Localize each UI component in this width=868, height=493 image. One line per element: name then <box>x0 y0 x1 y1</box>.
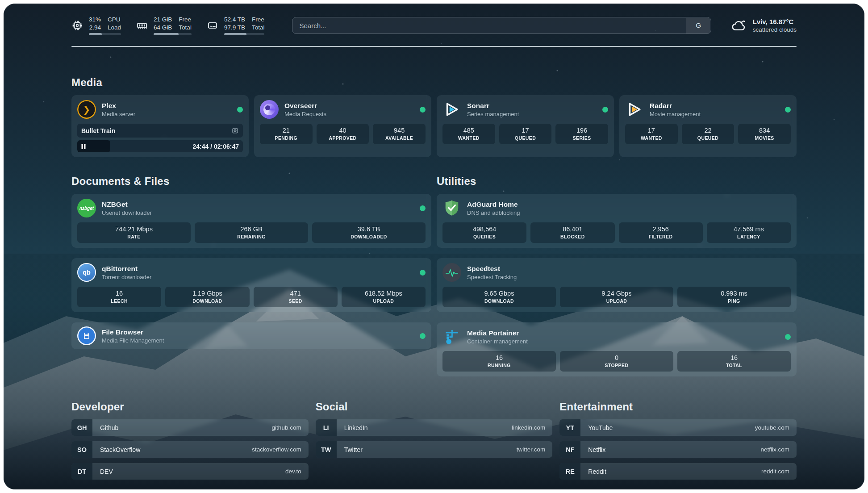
bookmark-abbr: DT <box>71 463 92 480</box>
service-subtitle: Media Requests <box>284 111 326 117</box>
cpu-percent: 31% <box>89 16 101 24</box>
bookmark-youtube[interactable]: YT YouTube youtube.com <box>559 419 797 436</box>
service-card-adguard[interactable]: AdGuard Home DNS and adblocking 498,564 … <box>437 194 797 248</box>
search-provider-button[interactable]: G <box>686 18 710 33</box>
disk-widget: 52.4 TB 97.9 TB Free Total <box>207 16 265 35</box>
stat-box: 16 TOTAL <box>677 351 791 372</box>
section-documents: Documents & Files NZBGet Usenet download… <box>71 175 431 376</box>
service-subtitle: Container management <box>467 338 528 345</box>
service-subtitle: Media server <box>102 111 135 117</box>
section-utilities: Utilities AdGuard Home DNS and adblock <box>437 175 797 376</box>
bookmark-group-developer: Developer GH Github github.com SO StackO… <box>71 401 309 485</box>
ram-icon <box>136 20 148 31</box>
service-subtitle: Torrent downloader <box>102 274 151 280</box>
bookmark-twitter[interactable]: TW Twitter twitter.com <box>316 441 553 458</box>
group-heading: Developer <box>71 401 309 413</box>
stat-box: 266 GB REMAINING <box>195 222 308 243</box>
disk-progress-fill <box>224 33 246 35</box>
camera-icon <box>231 127 239 134</box>
service-subtitle: DNS and adblocking <box>467 209 520 216</box>
stat-box: 17 WANTED <box>625 124 678 144</box>
stat-box: 0 STOPPED <box>560 351 673 372</box>
cpu-load: 2.94 <box>89 24 101 32</box>
free-label: Free <box>179 16 192 24</box>
service-title: NZBGet <box>102 200 152 209</box>
stat-box: 22 QUEUED <box>682 124 734 144</box>
service-subtitle: Series management <box>467 111 519 117</box>
memory-widget: 21 GiB 64 GiB Free Total <box>136 16 192 35</box>
stat-box: 1.19 Gbps DOWNLOAD <box>165 287 249 307</box>
cpu-progress-fill <box>89 33 102 35</box>
stat-box: 21 PENDING <box>260 124 313 144</box>
bookmark-abbr: LI <box>316 419 337 436</box>
weather-text: Lviv, 16.87°C scattered clouds <box>753 17 797 33</box>
bookmark-stackoverflow[interactable]: SO StackOverflow stackoverflow.com <box>71 441 309 458</box>
bookmark-domain: reddit.com <box>761 463 797 480</box>
cpu-widget: 31% 2.94 CPU Load <box>71 16 121 35</box>
stat-box: 47.569 ms LATENCY <box>707 222 791 243</box>
memory-progress-bar <box>154 33 192 35</box>
section-heading: Documents & Files <box>71 175 431 188</box>
bookmark-abbr: TW <box>316 441 337 458</box>
stat-box: 196 SERIES <box>555 124 608 144</box>
cpu-progress-bar <box>89 33 121 35</box>
bookmark-domain: dev.to <box>285 463 309 480</box>
service-card-filebrowser[interactable]: File Browser Media File Management <box>71 322 431 349</box>
disk-free: 52.4 TB <box>224 16 245 24</box>
service-card-sonarr[interactable]: Sonarr Series management 485 WANTED 17 Q… <box>437 95 614 157</box>
bookmark-github[interactable]: GH Github github.com <box>71 419 309 436</box>
bookmark-abbr: SO <box>71 441 92 458</box>
stat-box: 17 QUEUED <box>499 124 552 144</box>
memory-free: 21 GiB <box>154 16 172 24</box>
bookmarks-section: Developer GH Github github.com SO StackO… <box>71 401 797 485</box>
bookmark-name: Reddit <box>580 463 761 480</box>
media-grid: Plex Media server Bullet Train <box>71 95 797 157</box>
service-card-radarr[interactable]: Radarr Movie management 17 WANTED 22 QUE… <box>619 95 797 157</box>
bookmark-reddit[interactable]: RE Reddit reddit.com <box>559 463 797 480</box>
playback-elapsed-pill <box>77 140 110 152</box>
service-title: Speedtest <box>467 264 517 273</box>
bookmark-linkedin[interactable]: LI LinkedIn linkedin.com <box>316 419 553 436</box>
service-subtitle: Speedtest Tracking <box>467 274 517 280</box>
service-card-portainer[interactable]: Media Portainer Container management 16 … <box>437 322 797 376</box>
pause-icon <box>81 144 86 149</box>
service-card-plex[interactable]: Plex Media server Bullet Train <box>71 95 249 157</box>
search-bar: G <box>292 17 711 34</box>
dashboard-window: 31% 2.94 CPU Load <box>4 4 864 489</box>
disk-total: 97.9 TB <box>224 24 245 32</box>
bookmark-netflix[interactable]: NF Netflix netflix.com <box>559 441 797 458</box>
service-card-nzbget[interactable]: NZBGet Usenet downloader 744.21 Mbps RAT… <box>71 194 431 248</box>
status-dot <box>602 107 608 113</box>
overseerr-icon <box>260 100 279 119</box>
bookmark-name: StackOverflow <box>92 441 252 458</box>
weather-widget: Lviv, 16.87°C scattered clouds <box>731 17 797 33</box>
status-dot <box>785 334 791 340</box>
memory-total: 64 GiB <box>154 24 172 32</box>
plex-icon <box>77 100 96 119</box>
memory-progress-fill <box>154 33 179 35</box>
cloud-icon <box>731 17 747 33</box>
stat-box: 471 SEED <box>254 287 338 307</box>
weather-condition: scattered clouds <box>753 26 797 33</box>
bookmark-domain: stackoverflow.com <box>252 441 308 458</box>
bookmark-domain: github.com <box>272 419 309 436</box>
service-subtitle: Usenet downloader <box>102 209 152 216</box>
stat-box: 618.52 Mbps UPLOAD <box>342 287 426 307</box>
stat-box: 9.65 Gbps DOWNLOAD <box>442 287 556 307</box>
service-card-speedtest[interactable]: Speedtest Speedtest Tracking 9.65 Gbps D… <box>437 258 797 312</box>
search-input[interactable] <box>292 17 711 34</box>
service-title: qBittorrent <box>102 264 151 273</box>
service-card-overseerr[interactable]: Overseerr Media Requests 21 PENDING 40 A… <box>254 95 431 157</box>
filebrowser-icon <box>77 326 96 345</box>
nzbget-icon <box>77 199 96 217</box>
stat-box: 2,956 FILTERED <box>619 222 703 243</box>
bookmark-domain: linkedin.com <box>512 419 552 436</box>
service-card-qbittorrent[interactable]: qBittorrent Torrent downloader 16 LEECH <box>71 258 431 312</box>
cpu-icon <box>71 20 83 31</box>
sonarr-icon <box>442 100 461 119</box>
playback-time: 24:44 / 02:06:47 <box>192 143 243 150</box>
section-heading: Media <box>71 76 797 89</box>
section-media: Media Plex Media server Bullet Train <box>71 76 797 157</box>
bookmark-dev[interactable]: DT DEV dev.to <box>71 463 309 480</box>
free-label: Free <box>252 16 265 24</box>
